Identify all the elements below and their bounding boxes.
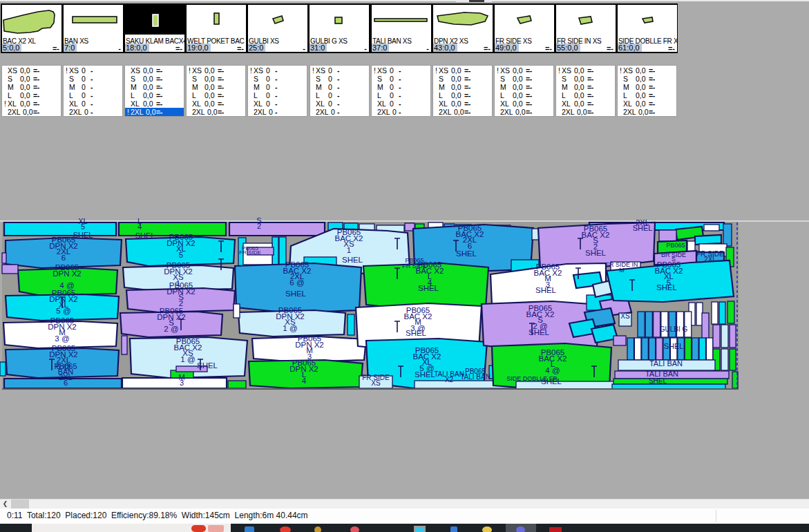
- svg-text:SIDE DOBLLE FR: SIDE DOBLLE FR: [506, 375, 558, 382]
- svg-text:SHEL: SHEL: [73, 231, 93, 239]
- svg-text:1: 1: [347, 246, 351, 254]
- svg-text:SHEL: SHEL: [664, 342, 684, 350]
- svg-text:FR SIDE: FR SIDE: [239, 249, 261, 256]
- svg-text:2XL: 2XL: [704, 256, 716, 263]
- svg-text:SHEL: SHEL: [197, 361, 218, 370]
- svg-text:PB065: PB065: [666, 242, 685, 249]
- svg-text:SHEL: SHEL: [456, 249, 477, 258]
- svg-text:3 @: 3 @: [55, 334, 69, 343]
- svg-text:SHEL: SHEL: [649, 377, 667, 385]
- svg-text:XS: XS: [620, 312, 630, 320]
- svg-text:SHEL: SHEL: [342, 256, 363, 264]
- svg-text:5 @: 5 @: [56, 307, 70, 315]
- svg-text:1 @: 1 @: [283, 324, 297, 332]
- svg-text:SHEL: SHEL: [529, 328, 550, 336]
- svg-text:4: 4: [137, 222, 142, 231]
- svg-text:XS: XS: [371, 379, 381, 387]
- svg-text:SHEL: SHEL: [633, 224, 653, 232]
- svg-text:1 @: 1 @: [180, 355, 195, 363]
- svg-text:DPN X2: DPN X2: [53, 269, 82, 278]
- svg-text:X2: X2: [445, 376, 454, 383]
- svg-text:SHEL: SHEL: [406, 329, 427, 337]
- svg-text:TALI BAN: TALI BAN: [649, 359, 683, 368]
- svg-text:5: 5: [179, 251, 183, 259]
- svg-text:2 @: 2 @: [164, 325, 178, 333]
- svg-text:5: 5: [81, 222, 85, 231]
- svg-text:SHEL: SHEL: [585, 249, 607, 257]
- svg-text:3: 3: [180, 379, 184, 387]
- svg-text:SHEL: SHEL: [135, 231, 155, 240]
- svg-text:4 @: 4 @: [545, 366, 560, 374]
- svg-text:6: 6: [61, 254, 66, 262]
- svg-text:S: S: [672, 256, 676, 263]
- svg-text:SHEL: SHEL: [285, 289, 307, 298]
- svg-text:GULBI G: GULBI G: [660, 325, 688, 333]
- svg-text:M: M: [619, 267, 625, 274]
- svg-text:SHEL: SHEL: [535, 286, 557, 294]
- svg-text:SHEL: SHEL: [418, 284, 439, 292]
- svg-text:6: 6: [64, 379, 68, 387]
- svg-text:4: 4: [302, 377, 307, 385]
- svg-text:2: 2: [257, 222, 261, 230]
- svg-text:SHEL: SHEL: [415, 370, 436, 379]
- svg-text:FR SIDE: FR SIDE: [402, 263, 427, 269]
- svg-text:SHEL: SHEL: [656, 283, 678, 292]
- svg-text:6 @: 6 @: [289, 278, 304, 287]
- svg-text:TALI BAN: TALI BAN: [460, 373, 491, 381]
